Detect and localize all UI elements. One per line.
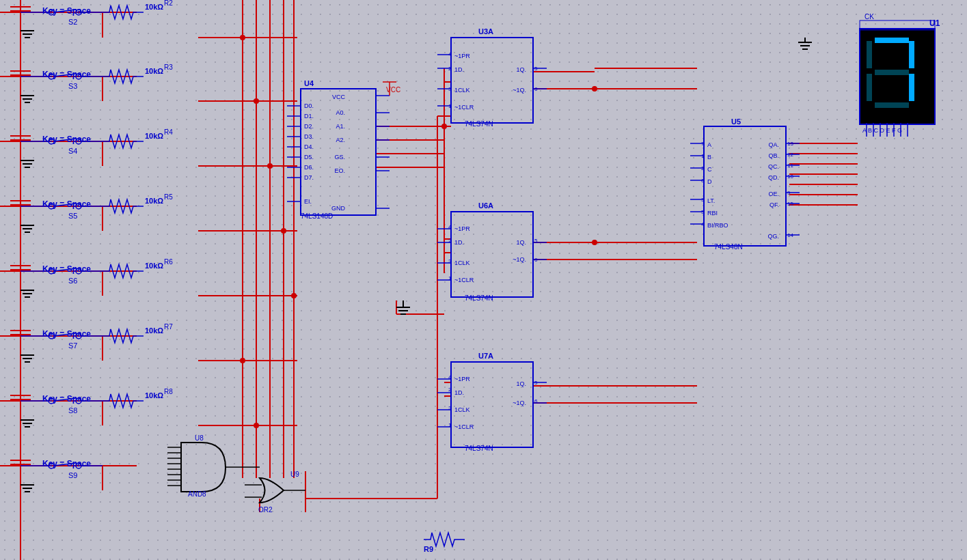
svg-text:A0.: A0. — [336, 109, 345, 116]
svg-text:11: 11 — [787, 163, 793, 169]
svg-text:4: 4 — [701, 221, 705, 227]
r2-name: R2 — [164, 0, 173, 7]
svg-point-74 — [240, 35, 245, 40]
svg-text:LT.: LT. — [707, 197, 715, 204]
svg-text:12: 12 — [787, 152, 793, 158]
svg-text:4: 4 — [448, 374, 452, 380]
svg-text:D5.: D5. — [304, 154, 314, 160]
s4-id: S4 — [68, 147, 77, 155]
svg-text:~1PR: ~1PR — [454, 376, 470, 382]
svg-text:6: 6 — [534, 398, 538, 404]
svg-text:C: C — [707, 166, 712, 173]
r8-name: R8 — [164, 388, 173, 395]
svg-point-83 — [592, 240, 597, 245]
s5-id: S5 — [68, 212, 77, 220]
svg-text:5: 5 — [701, 209, 705, 215]
s9-id: S9 — [68, 471, 77, 479]
svg-text:D6.: D6. — [304, 164, 314, 171]
svg-text:15: 15 — [787, 201, 793, 207]
svg-rect-204 — [451, 212, 533, 297]
s4-key-label: Key = Space — [42, 135, 91, 144]
svg-text:D1.: D1. — [304, 113, 314, 120]
s7-id: S7 — [68, 341, 77, 350]
u1-name-label: U1 — [929, 18, 940, 28]
r7-label: 10kΩ — [145, 326, 163, 335]
s3-id: S3 — [68, 82, 77, 90]
r5-label: 10kΩ — [145, 197, 163, 205]
svg-text:~1CLR: ~1CLR — [454, 277, 474, 283]
svg-text:QA.: QA. — [768, 141, 779, 148]
svg-text:4: 4 — [448, 224, 452, 230]
r5-name: R5 — [164, 193, 173, 201]
svg-text:1D.: 1D. — [454, 389, 464, 396]
svg-text:10: 10 — [787, 173, 793, 180]
svg-text:GS.: GS. — [334, 154, 345, 160]
s2-key-label: Key = Space — [42, 6, 91, 16]
r8-label: 10kΩ — [145, 391, 163, 400]
svg-text:~1CLR: ~1CLR — [454, 104, 474, 111]
svg-text:~1Q.: ~1Q. — [513, 256, 526, 263]
svg-text:7: 7 — [701, 141, 705, 147]
r7-name: R7 — [164, 323, 173, 331]
u6a-type-label: 74LS74N — [465, 294, 493, 302]
svg-text:~1Q.: ~1Q. — [513, 400, 526, 406]
svg-text:9: 9 — [787, 190, 791, 196]
r4-label: 10kΩ — [145, 132, 163, 140]
vcc-label: VCC — [386, 86, 400, 94]
s6-id: S6 — [68, 277, 77, 285]
svg-text:1D.: 1D. — [454, 239, 464, 246]
r4-name: R4 — [164, 128, 173, 136]
svg-text:3: 3 — [448, 405, 452, 411]
svg-text:~1PR: ~1PR — [454, 53, 470, 59]
svg-text:2: 2 — [448, 387, 452, 393]
svg-text:QC.: QC. — [768, 163, 779, 170]
svg-rect-248 — [867, 41, 872, 68]
s5-key-label: Key = Space — [42, 199, 91, 209]
svg-text:1CLK: 1CLK — [454, 406, 470, 413]
svg-text:QD.: QD. — [768, 174, 779, 181]
svg-text:3: 3 — [701, 197, 705, 203]
u7a-name-label: U7A — [478, 352, 493, 360]
u3a-name-label: U3A — [478, 27, 493, 36]
svg-text:A1.: A1. — [336, 123, 345, 130]
u1-seg-labels: A B C D E F G — [862, 127, 902, 134]
u5-name-label: U5 — [731, 117, 741, 126]
r6-label: 10kΩ — [145, 262, 163, 270]
svg-text:2: 2 — [448, 66, 452, 72]
u6a-name-label: U6A — [478, 201, 493, 210]
svg-text:GND: GND — [331, 205, 346, 212]
svg-text:~1Q.: ~1Q. — [513, 87, 526, 94]
svg-text:6: 6 — [534, 257, 538, 263]
svg-point-79 — [240, 358, 245, 363]
svg-text:1: 1 — [701, 153, 705, 159]
svg-text:B: B — [707, 154, 711, 160]
svg-text:~1CLR: ~1CLR — [454, 423, 474, 430]
svg-text:D7.: D7. — [304, 174, 314, 181]
u7a-type-label: 74LS74N — [465, 445, 493, 452]
u5-type-label: 74LS48N — [714, 243, 743, 251]
r6-name: R6 — [164, 258, 173, 266]
s3-key-label: Key = Space — [42, 70, 91, 79]
svg-text:4: 4 — [448, 51, 452, 57]
svg-text:~1PR: ~1PR — [454, 225, 470, 232]
svg-text:D4.: D4. — [304, 143, 314, 150]
s6-key-label: Key = Space — [42, 264, 91, 274]
svg-text:1Q.: 1Q. — [516, 380, 526, 387]
u8-name-label: U8 — [195, 434, 204, 442]
s7-key-label: Key = Space — [42, 329, 91, 339]
svg-text:3: 3 — [448, 258, 452, 264]
u1-ck-label: CK — [864, 13, 874, 20]
r2-label: 10kΩ — [145, 3, 163, 11]
svg-point-76 — [267, 163, 273, 169]
svg-text:QB.: QB. — [768, 152, 779, 159]
svg-text:2: 2 — [701, 165, 705, 171]
svg-text:1Q.: 1Q. — [516, 66, 526, 73]
svg-text:D: D — [707, 178, 712, 185]
svg-text:5: 5 — [534, 238, 538, 244]
u4-name-label: U4 — [304, 79, 314, 87]
svg-text:2: 2 — [448, 238, 452, 244]
u9-name-label: U9 — [290, 471, 299, 478]
svg-point-78 — [291, 293, 297, 298]
u4-type-label: 74LS148D — [301, 212, 333, 220]
svg-text:D0.: D0. — [304, 102, 314, 109]
